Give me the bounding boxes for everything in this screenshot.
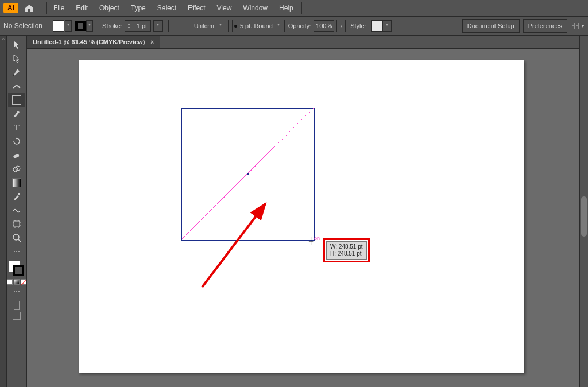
brush-dot-icon bbox=[234, 25, 237, 28]
fill-swatch-group[interactable] bbox=[53, 20, 75, 32]
preferences-button[interactable]: Preferences bbox=[523, 19, 567, 33]
svg-line-7 bbox=[18, 239, 21, 242]
stroke-swatch-group[interactable] bbox=[75, 20, 96, 32]
svg-rect-4 bbox=[18, 194, 20, 195]
dimension-tooltip: W: 248.51 pt H: 248.51 pt bbox=[326, 241, 367, 260]
color-mode-solid[interactable] bbox=[7, 279, 13, 285]
dimension-height: H: 248.51 pt bbox=[330, 250, 363, 257]
svg-rect-5 bbox=[14, 221, 20, 227]
menu-effect[interactable]: Effect bbox=[182, 4, 211, 12]
opacity-label: Opacity: bbox=[288, 22, 311, 29]
workspace: ›› T ⋯ ⋯ Untitled-1 bbox=[0, 36, 588, 387]
color-mode-row bbox=[7, 279, 26, 285]
home-icon[interactable] bbox=[24, 3, 34, 13]
draw-mode[interactable]: ⋯ bbox=[8, 285, 25, 299]
eraser-tool[interactable] bbox=[8, 148, 25, 162]
tab-title: Untitled-1 @ 61.45 % (CMYK/Preview) bbox=[33, 38, 145, 45]
scrollbar-thumb[interactable] bbox=[581, 196, 587, 237]
tools-panel: T ⋯ ⋯ bbox=[7, 36, 27, 387]
style-dropdown[interactable] bbox=[382, 20, 392, 32]
direct-selection-tool[interactable] bbox=[8, 52, 25, 65]
rectangle-tool[interactable] bbox=[8, 93, 25, 107]
pen-tool[interactable] bbox=[8, 65, 25, 79]
tab-close-icon[interactable]: × bbox=[150, 39, 154, 45]
menu-select[interactable]: Select bbox=[152, 4, 182, 12]
warp-tool[interactable] bbox=[8, 203, 25, 217]
eyedropper-tool[interactable] bbox=[8, 189, 25, 203]
menu-view[interactable]: View bbox=[211, 4, 238, 12]
fill-stroke-indicator[interactable] bbox=[9, 261, 25, 277]
crosshair-cursor: ┼ bbox=[309, 237, 313, 245]
profile-dropdown[interactable] bbox=[216, 21, 225, 31]
menu-edit[interactable]: Edit bbox=[70, 4, 94, 12]
svg-point-0 bbox=[13, 75, 15, 76]
profile-label: Uniform bbox=[192, 23, 216, 29]
expand-icon[interactable]: ›› bbox=[0, 37, 6, 42]
gradient-tool[interactable] bbox=[8, 176, 25, 189]
fill-swatch[interactable] bbox=[53, 20, 64, 32]
dimension-tooltip-highlight: W: 248.51 pt H: 248.51 pt bbox=[323, 238, 370, 262]
stroke-stepper[interactable]: ▴▾ bbox=[125, 21, 133, 31]
brush-dropdown[interactable] bbox=[274, 21, 283, 31]
stroke-indicator[interactable] bbox=[13, 265, 24, 276]
menu-file[interactable]: File bbox=[48, 4, 70, 12]
style-label: Style: bbox=[350, 22, 366, 29]
document-tab[interactable]: Untitled-1 @ 61.45 % (CMYK/Preview) × bbox=[27, 36, 160, 48]
stroke-dropdown[interactable] bbox=[86, 20, 93, 32]
svg-rect-1 bbox=[13, 154, 20, 158]
fill-dropdown[interactable] bbox=[65, 20, 72, 32]
menu-help[interactable]: Help bbox=[273, 4, 299, 12]
color-mode-none[interactable] bbox=[21, 279, 26, 285]
edit-toolbar[interactable]: ⋯ bbox=[8, 245, 25, 258]
canvas[interactable]: on ┼ W: 248.51 pt H: 248.51 pt bbox=[27, 49, 579, 387]
stroke-swatch[interactable] bbox=[75, 21, 86, 31]
rotate-tool[interactable] bbox=[8, 134, 25, 148]
app-menu-bar: Ai File Edit Object Type Select Effect V… bbox=[0, 0, 588, 17]
shape-center-marker bbox=[247, 173, 249, 175]
menu-type[interactable]: Type bbox=[125, 4, 152, 12]
stroke-weight-value[interactable]: 1 pt bbox=[133, 22, 150, 29]
document-tabs: Untitled-1 @ 61.45 % (CMYK/Preview) × bbox=[27, 36, 579, 49]
stroke-label: Stroke: bbox=[102, 22, 122, 29]
zoom-tool[interactable] bbox=[8, 231, 25, 245]
svg-point-6 bbox=[13, 234, 19, 240]
opacity-value[interactable]: 100% bbox=[314, 20, 334, 32]
graphic-style[interactable] bbox=[371, 20, 392, 32]
menu-items: File Edit Object Type Select Effect View… bbox=[48, 4, 299, 12]
screen-mode-small[interactable] bbox=[14, 301, 20, 310]
color-mode-gradient[interactable] bbox=[14, 279, 20, 285]
paintbrush-tool[interactable] bbox=[8, 107, 25, 121]
left-rail[interactable]: ›› bbox=[0, 36, 7, 387]
stroke-weight-field[interactable]: ▴▾ 1 pt bbox=[125, 20, 151, 32]
artboard-tool[interactable] bbox=[8, 217, 25, 231]
type-tool[interactable]: T bbox=[8, 121, 25, 134]
variable-width-profile[interactable]: Uniform bbox=[168, 20, 229, 32]
opacity-more[interactable]: › bbox=[336, 20, 346, 32]
control-bar: No Selection Stroke: ▴▾ 1 pt Uniform 5 p… bbox=[0, 17, 588, 36]
style-swatch[interactable] bbox=[371, 20, 382, 32]
document-area: Untitled-1 @ 61.45 % (CMYK/Preview) × on… bbox=[27, 36, 579, 387]
brush-label: 5 pt. Round bbox=[240, 22, 273, 29]
curvature-tool[interactable] bbox=[8, 79, 25, 93]
app-logo: Ai bbox=[3, 3, 18, 13]
menu-window[interactable]: Window bbox=[237, 4, 273, 12]
align-icon[interactable]: ▾ bbox=[571, 20, 585, 32]
shape-builder-tool[interactable] bbox=[8, 162, 25, 176]
profile-line-icon bbox=[169, 20, 192, 32]
screen-mode[interactable] bbox=[13, 312, 21, 320]
smart-guide-label: on bbox=[314, 235, 320, 241]
stroke-weight-dropdown[interactable] bbox=[153, 20, 163, 32]
menu-object[interactable]: Object bbox=[94, 4, 125, 12]
selection-tool[interactable] bbox=[8, 38, 25, 52]
document-setup-button[interactable]: Document Setup bbox=[462, 19, 520, 33]
vertical-scrollbar[interactable] bbox=[579, 36, 588, 387]
brush-definition[interactable]: 5 pt. Round bbox=[232, 20, 285, 32]
divider bbox=[301, 2, 302, 14]
selection-status: No Selection bbox=[3, 22, 42, 30]
divider bbox=[46, 2, 47, 14]
dimension-width: W: 248.51 pt bbox=[330, 243, 363, 250]
